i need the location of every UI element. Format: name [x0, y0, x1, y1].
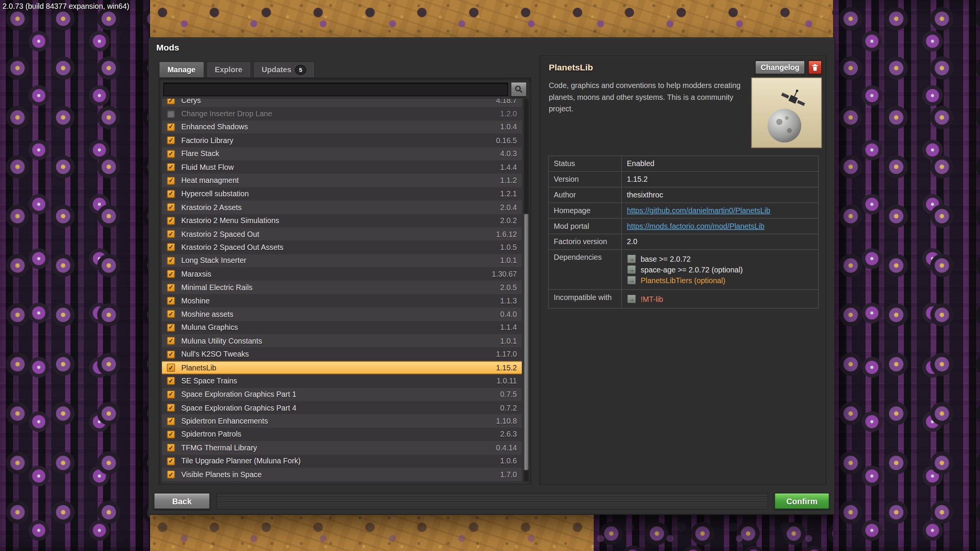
confirm-button[interactable]: Confirm [774, 493, 830, 509]
window-drag-handle[interactable] [216, 493, 768, 509]
mod-name: Cerys [181, 99, 201, 105]
mod-checkbox-checked[interactable]: ✓ [167, 243, 175, 251]
mod-version: 1.1.4 [500, 323, 517, 332]
mod-row[interactable]: ✓Fluid Must Flow1.4.4 [162, 161, 522, 174]
delete-mod-button[interactable] [808, 60, 822, 74]
external-link[interactable]: https://mods.factorio.com/mod/PlanetsLib [627, 222, 764, 231]
mod-name: Enhanced Shadows [181, 123, 248, 132]
mod-checkbox-checked[interactable]: ✓ [167, 323, 175, 331]
trash-icon [811, 64, 819, 72]
mod-checkbox-checked[interactable]: ✓ [167, 417, 175, 425]
mod-checkbox-checked[interactable]: ✓ [167, 230, 175, 238]
mod-row[interactable]: ✓Moshine assets0.4.0 [162, 308, 522, 321]
mod-checkbox-checked[interactable]: ✓ [167, 163, 175, 171]
mod-name: Krastorio 2 Menu Simulations [181, 216, 279, 225]
back-button[interactable]: Back [154, 493, 210, 509]
mod-row[interactable]: ✓Minimal Electric Rails2.0.5 [162, 281, 522, 294]
info-row: Mod portalhttps://mods.factorio.com/mod/… [549, 218, 818, 234]
mod-checkbox-checked[interactable]: ✓ [167, 364, 175, 372]
mod-row[interactable]: ✓Space Exploration Graphics Part 10.7.5 [162, 388, 522, 401]
mod-row[interactable]: ✓Cerys4.18.7 [162, 99, 522, 107]
mod-row[interactable]: ✓Krastorio 2 Spaced Out Assets1.0.5 [162, 241, 522, 254]
mod-row[interactable]: ✓Spidertron Patrols2.6.3 [162, 428, 522, 441]
mod-row[interactable]: ✓TFMG Thermal Library0.4.14 [162, 441, 522, 455]
mod-row[interactable]: ✓Visible Planets in Space1.7.0 [162, 468, 522, 481]
mod-row[interactable]: ✓Flare Stack4.0.3 [162, 147, 522, 161]
scrollbar-thumb[interactable] [524, 214, 529, 470]
search-button[interactable] [511, 82, 527, 97]
mod-checkbox-checked[interactable]: ✓ [167, 310, 175, 318]
mod-row[interactable]: ✓SE Space Trains1.0.11 [162, 374, 522, 388]
info-value: →!MT-lib [622, 290, 818, 308]
mod-row[interactable]: ✓Long Stack Inserter1.0.1 [162, 254, 522, 267]
mod-row[interactable]: ✓Heat managment1.1.2 [162, 174, 522, 187]
mod-row[interactable]: ✓Moshine1.1.3 [162, 294, 522, 308]
mod-checkbox-checked[interactable]: ✓ [167, 430, 175, 439]
mod-checkbox-checked[interactable]: ✓ [167, 217, 175, 225]
mod-checkbox-checked[interactable]: ✓ [167, 337, 175, 345]
mod-thumbnail-image [752, 78, 821, 147]
mod-name: Muluna Graphics [181, 323, 238, 332]
mod-row[interactable]: ✓Enhanced Shadows1.0.4 [162, 121, 522, 134]
mod-checkbox-checked[interactable]: ✓ [167, 270, 175, 278]
mod-checkbox-checked[interactable]: ✓ [167, 203, 175, 211]
tab-updates[interactable]: Updates 5 [253, 61, 315, 78]
mod-checkbox-checked[interactable]: ✓ [167, 404, 175, 412]
tab-explore[interactable]: Explore [206, 61, 251, 78]
tab-manage[interactable]: Manage [159, 61, 204, 78]
info-value: 2.0 [622, 234, 818, 249]
changelog-button[interactable]: Changelog [755, 60, 805, 74]
external-link[interactable]: https://github.com/danielmartin0/Planets… [627, 206, 771, 215]
mod-row[interactable]: ✓Null's K2SO Tweaks1.17.0 [162, 347, 522, 361]
mod-row[interactable]: ✓Space Exploration Graphics Part 40.7.2 [162, 401, 522, 414]
mod-row[interactable]: ✓Muluna Graphics1.1.4 [162, 321, 522, 334]
mods-window: Mods Manage Explore Updates 5 [148, 37, 835, 515]
mod-checkbox-checked[interactable]: ✓ [167, 471, 175, 479]
mod-row[interactable]: ✓Krastorio 2 Assets2.0.4 [162, 201, 522, 214]
mod-checkbox-checked[interactable]: ✓ [167, 99, 175, 104]
mod-row[interactable]: ✓Muluna Utility Constants1.0.1 [162, 334, 522, 348]
mod-name: Visible Planets in Space [181, 470, 261, 479]
info-row: Homepagehttps://github.com/danielmartin0… [549, 203, 818, 219]
mod-details-panel: PlanetsLib Changelog Code, graphics and … [539, 55, 826, 485]
mod-checkbox-unchecked[interactable] [167, 110, 175, 118]
mod-row[interactable]: ✓Krastorio 2 Spaced Out1.6.12 [162, 227, 522, 241]
info-value: →base >= 2.0.72→space-age >= 2.0.72 (opt… [622, 250, 818, 289]
mod-name: Spidertron Enhancements [181, 417, 268, 425]
mod-version: 0.7.2 [500, 403, 517, 412]
mod-list-panel: ✓Cerys4.18.7Change Inserter Drop Lane1.2… [159, 77, 531, 484]
mod-checkbox-checked[interactable]: ✓ [167, 390, 175, 398]
mod-version: 1.1.3 [500, 297, 517, 305]
mod-checkbox-checked[interactable]: ✓ [167, 123, 175, 131]
mod-row[interactable]: ✓Hypercell substation1.2.1 [162, 187, 522, 201]
info-value: 1.15.2 [622, 172, 818, 187]
dialog-footer: Back Confirm [154, 493, 830, 509]
dependency-arrow-icon: → [627, 276, 636, 285]
dependency-arrow-icon: → [627, 294, 636, 303]
mod-row[interactable]: ✓Maraxsis1.30.67 [162, 267, 522, 281]
mod-checkbox-checked[interactable]: ✓ [167, 297, 175, 305]
mod-checkbox-checked[interactable]: ✓ [167, 137, 175, 145]
mod-name: Change Inserter Drop Lane [181, 109, 272, 118]
mod-checkbox-checked[interactable]: ✓ [167, 457, 175, 465]
mod-row[interactable]: ✓Factorio Library0.16.5 [162, 134, 522, 147]
mod-checkbox-checked[interactable]: ✓ [167, 190, 175, 198]
mod-row[interactable]: Change Inserter Drop Lane1.2.0 [162, 107, 522, 121]
mod-row[interactable]: ✓Krastorio 2 Menu Simulations2.0.2 [162, 214, 522, 227]
mod-checkbox-checked[interactable]: ✓ [167, 284, 175, 292]
mod-version: 1.0.1 [500, 256, 517, 265]
mod-row[interactable]: ✓Tile Upgrade Planner (Muluna Fork)1.0.6 [162, 455, 522, 468]
mod-checkbox-checked[interactable]: ✓ [167, 150, 175, 158]
info-label: Homepage [549, 203, 622, 218]
mod-version: 1.0.6 [500, 457, 517, 466]
mod-row[interactable]: ✓PlanetsLib1.15.2 [162, 361, 522, 374]
mod-checkbox-checked[interactable]: ✓ [167, 444, 175, 452]
mod-checkbox-checked[interactable]: ✓ [167, 176, 175, 184]
search-input[interactable] [163, 83, 508, 96]
changelog-button-label: Changelog [761, 63, 799, 72]
mod-list-scrollbar[interactable] [524, 99, 529, 482]
mod-checkbox-checked[interactable]: ✓ [167, 377, 175, 385]
mod-row[interactable]: ✓Spidertron Enhancements1.10.8 [162, 414, 522, 428]
mod-checkbox-checked[interactable]: ✓ [167, 350, 175, 358]
mod-checkbox-checked[interactable]: ✓ [167, 257, 175, 265]
